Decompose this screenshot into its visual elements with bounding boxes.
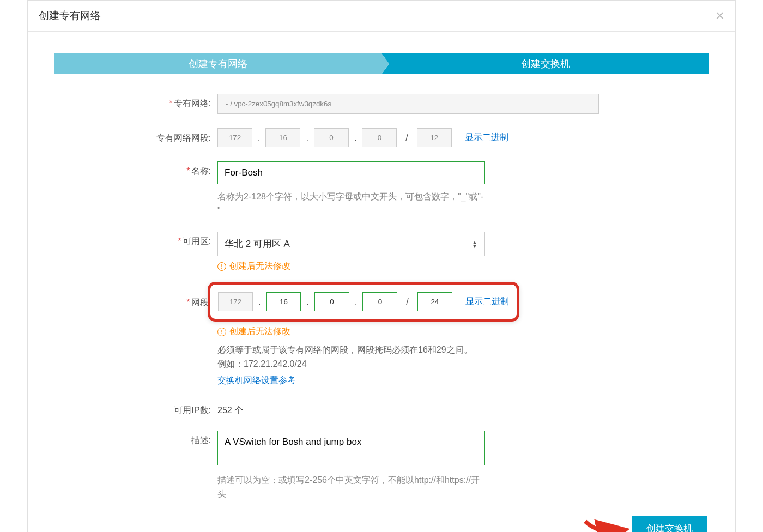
- name-hint: 名称为2-128个字符，以大小写字母或中文开头，可包含数字，"_"或"-": [217, 190, 485, 217]
- vpc-cidr-o2: [265, 128, 300, 147]
- row-name: *名称: 名称为2-128个字符，以大小写字母或中文开头，可包含数字，"_"或"…: [54, 161, 709, 217]
- dialog-body: 创建专有网络 创建交换机 *专有网络: 专有网络网段: . . .: [28, 32, 735, 532]
- close-icon[interactable]: ×: [716, 8, 724, 23]
- cidr-reference-link[interactable]: 交换机网络设置参考: [217, 375, 664, 386]
- vpc-cidr-o1: [217, 128, 252, 147]
- cidr-o2[interactable]: [266, 292, 301, 311]
- ipcount-value: 252 个: [217, 401, 664, 416]
- arrow-annotation: [580, 517, 629, 532]
- row-zone: *可用区: 华北 2 可用区 A ▲▼ ! 创建后无法修改: [54, 232, 709, 272]
- cidr-highlight-box: . . . / 显示二进制: [208, 282, 519, 322]
- cidr-hint2: 例如：172.21.242.0/24: [217, 357, 512, 371]
- warn-icon: !: [217, 262, 226, 271]
- vpc-cidr-o4: [362, 128, 397, 147]
- label-vpc-cidr: 专有网络网段:: [156, 133, 211, 142]
- stepper: 创建专有网络 创建交换机: [54, 53, 709, 74]
- cidr-hint1: 必须等于或属于该专有网络的网段，网段掩码必须在16和29之间。: [217, 343, 512, 357]
- zone-warn: ! 创建后无法修改: [217, 261, 664, 272]
- label-vpc: 专有网络:: [174, 99, 211, 108]
- vpc-cidr-o3: [314, 128, 349, 147]
- step-create-vswitch: 创建交换机: [382, 53, 709, 74]
- desc-hint: 描述可以为空；或填写2-256个中英文字符，不能以http://和https:/…: [217, 473, 485, 501]
- row-vpc-cidr: 专有网络网段: . . . / 显示二进制: [54, 128, 709, 147]
- show-binary-link-cidr[interactable]: 显示二进制: [465, 296, 509, 307]
- dialog-title: 创建专有网络: [39, 9, 101, 23]
- label-desc: 描述:: [54, 431, 217, 446]
- dialog: 创建专有网络 × 创建专有网络 创建交换机 *专有网络: 专有网络网段: . .: [27, 0, 736, 532]
- row-ipcount: 可用IP数: 252 个: [54, 401, 709, 416]
- label-name: 名称:: [191, 166, 211, 176]
- row-desc: 描述: 描述可以为空；或填写2-256个中英文字符，不能以http://和htt…: [54, 431, 709, 501]
- warn-icon: !: [217, 328, 226, 336]
- zone-select[interactable]: 华北 2 可用区 A ▲▼: [217, 232, 485, 256]
- dialog-header: 创建专有网络 ×: [28, 1, 735, 32]
- cidr-mask[interactable]: [417, 292, 452, 311]
- vpc-cidr-mask: [417, 128, 452, 147]
- vpc-input: [217, 94, 599, 114]
- show-binary-link-vpc[interactable]: 显示二进制: [465, 132, 508, 143]
- row-vpc: *专有网络:: [54, 94, 709, 114]
- cidr-o4[interactable]: [362, 292, 397, 311]
- desc-textarea[interactable]: [217, 431, 485, 466]
- footer: 创建交换机: [54, 516, 709, 532]
- updown-icon: ▲▼: [472, 240, 477, 248]
- submit-button[interactable]: 创建交换机: [632, 516, 707, 532]
- name-input[interactable]: [217, 161, 485, 184]
- step-create-vpc: 创建专有网络: [54, 53, 382, 74]
- cidr-o1: [218, 292, 253, 311]
- cidr-o3[interactable]: [314, 292, 349, 311]
- row-cidr: *网段: . . . / 显示: [54, 282, 709, 386]
- label-zone: 可用区:: [183, 237, 211, 246]
- label-ipcount: 可用IP数:: [54, 401, 217, 416]
- cidr-warn: ! 创建后无法修改: [217, 326, 664, 337]
